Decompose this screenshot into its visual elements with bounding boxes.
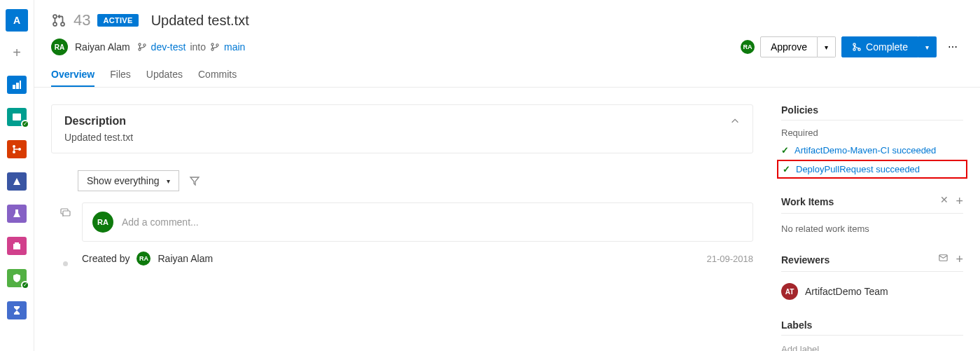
svg-point-6 xyxy=(18,148,21,151)
approve-dropdown[interactable]: ▾ xyxy=(818,36,836,57)
target-branch-link[interactable]: main xyxy=(224,41,245,53)
nav-boards[interactable] xyxy=(6,106,28,128)
nav-pipelines[interactable] xyxy=(6,170,28,193)
policies-required-label: Required xyxy=(781,128,963,138)
chevron-down-icon: ▾ xyxy=(167,177,170,185)
complete-button[interactable]: Complete xyxy=(841,36,918,57)
global-nav: A + xyxy=(0,0,34,351)
svg-point-10 xyxy=(53,22,57,26)
svg-point-4 xyxy=(13,145,15,148)
description-text: Updated test.txt xyxy=(64,132,740,143)
author-name[interactable]: Raiyan Alam xyxy=(75,41,130,53)
svg-rect-1 xyxy=(16,83,19,89)
nav-dashboards[interactable] xyxy=(6,74,28,96)
chevron-down-icon: ▾ xyxy=(825,43,828,51)
pr-number: 43 xyxy=(74,11,90,29)
close-icon[interactable]: ✕ xyxy=(940,194,948,209)
mail-icon[interactable] xyxy=(938,252,948,267)
reviewers-section: Reviewers + AT ArtifactDemo Team xyxy=(781,252,963,304)
svg-point-19 xyxy=(853,48,855,50)
policy-link[interactable]: DeployPullRequest xyxy=(796,164,874,174)
branch-icon xyxy=(210,42,220,52)
tab-files[interactable]: Files xyxy=(110,63,131,87)
svg-point-5 xyxy=(13,151,15,153)
nav-compliance[interactable] xyxy=(6,267,28,289)
branch-icon xyxy=(137,42,147,52)
svg-point-14 xyxy=(144,44,146,46)
svg-point-13 xyxy=(139,48,141,50)
svg-point-11 xyxy=(61,22,64,26)
comment-placeholder: Add a comment... xyxy=(122,216,199,228)
nav-testplans[interactable] xyxy=(6,202,28,225)
source-branch-link[interactable]: dev-test xyxy=(151,41,186,53)
pr-title: Updated test.txt xyxy=(151,13,249,29)
labels-section: Labels Add label xyxy=(781,319,963,351)
current-user-avatar[interactable]: RA xyxy=(741,40,755,54)
svg-rect-0 xyxy=(13,85,15,89)
svg-rect-2 xyxy=(20,81,21,89)
creator-avatar: RA xyxy=(136,252,150,266)
workitems-title: Work Items xyxy=(781,196,834,207)
reviewer-avatar: AT xyxy=(781,283,798,300)
svg-rect-3 xyxy=(13,113,21,121)
workitems-section: Work Items ✕ + No related work items xyxy=(781,194,963,237)
svg-point-17 xyxy=(216,44,218,46)
approve-button[interactable]: Approve xyxy=(760,36,818,57)
add-workitem-button[interactable]: + xyxy=(955,194,963,209)
policy-item[interactable]: ✓ ArtifactDemo-Maven-CI succeeded xyxy=(781,142,963,158)
workitems-empty: No related work items xyxy=(781,221,963,237)
pr-header: 43 ACTIVE Updated test.txt RA Raiyan Ala… xyxy=(34,0,980,88)
tab-updates[interactable]: Updates xyxy=(146,63,183,87)
nav-hourglass[interactable] xyxy=(6,299,28,322)
author-avatar: RA xyxy=(51,39,68,55)
add-project-button[interactable]: + xyxy=(6,41,28,64)
add-label-input[interactable]: Add label xyxy=(781,343,819,351)
branch-info: dev-test into main xyxy=(137,41,246,53)
svg-rect-22 xyxy=(63,211,70,216)
check-icon: ✓ xyxy=(781,145,789,156)
labels-title: Labels xyxy=(781,319,812,331)
nav-artifacts[interactable] xyxy=(6,235,28,257)
comment-avatar: RA xyxy=(92,212,113,233)
created-by-label: Created by xyxy=(82,253,130,264)
pr-actions: RA Approve ▾ Complete ▾ ⋯ xyxy=(741,36,963,57)
collapse-icon[interactable] xyxy=(730,116,740,126)
merge-icon xyxy=(852,42,862,52)
policy-link[interactable]: ArtifactDemo-Maven-CI xyxy=(794,145,890,156)
svg-rect-8 xyxy=(15,242,19,244)
reviewer-name: ArtifactDemo Team xyxy=(805,286,888,297)
more-actions-button[interactable]: ⋯ xyxy=(942,37,963,57)
add-reviewer-button[interactable]: + xyxy=(955,252,963,267)
check-icon: ✓ xyxy=(783,164,790,174)
created-event: Created by RA Raiyan Alam 21-09-2018 xyxy=(82,252,753,266)
complete-dropdown[interactable]: ▾ xyxy=(918,36,937,57)
org-logo[interactable]: A xyxy=(6,9,28,32)
chevron-down-icon: ▾ xyxy=(925,43,929,51)
svg-rect-7 xyxy=(13,244,20,249)
creator-name[interactable]: Raiyan Alam xyxy=(158,253,213,264)
comment-input[interactable]: RA Add a comment... xyxy=(82,202,753,242)
reviewers-title: Reviewers xyxy=(781,254,830,266)
svg-point-12 xyxy=(139,43,141,46)
policies-section: Policies Required ✓ ArtifactDemo-Maven-C… xyxy=(781,104,963,179)
tab-overview[interactable]: Overview xyxy=(51,63,94,87)
reviewer-item[interactable]: AT ArtifactDemo Team xyxy=(781,279,963,304)
created-date: 21-09-2018 xyxy=(707,254,754,264)
policies-title: Policies xyxy=(781,104,818,116)
into-label: into xyxy=(190,41,206,53)
tab-commits[interactable]: Commits xyxy=(198,63,237,87)
timeline-dot-icon xyxy=(63,261,68,266)
discussion-icon xyxy=(58,202,72,218)
pull-request-icon xyxy=(51,13,66,28)
pr-tabs: Overview Files Updates Commits xyxy=(51,63,963,87)
pr-status-badge: ACTIVE xyxy=(97,14,138,27)
description-card: Description Updated test.txt xyxy=(51,104,753,153)
policy-item-highlighted[interactable]: ✓ DeployPullRequest succeeded xyxy=(777,160,967,179)
description-heading: Description xyxy=(64,115,126,128)
svg-point-16 xyxy=(211,48,214,50)
filter-icon[interactable] xyxy=(189,175,200,186)
nav-repos[interactable] xyxy=(6,138,28,160)
activity-filter-dropdown[interactable]: Show everything ▾ xyxy=(78,170,179,191)
svg-point-18 xyxy=(853,43,855,46)
svg-point-9 xyxy=(53,15,57,18)
